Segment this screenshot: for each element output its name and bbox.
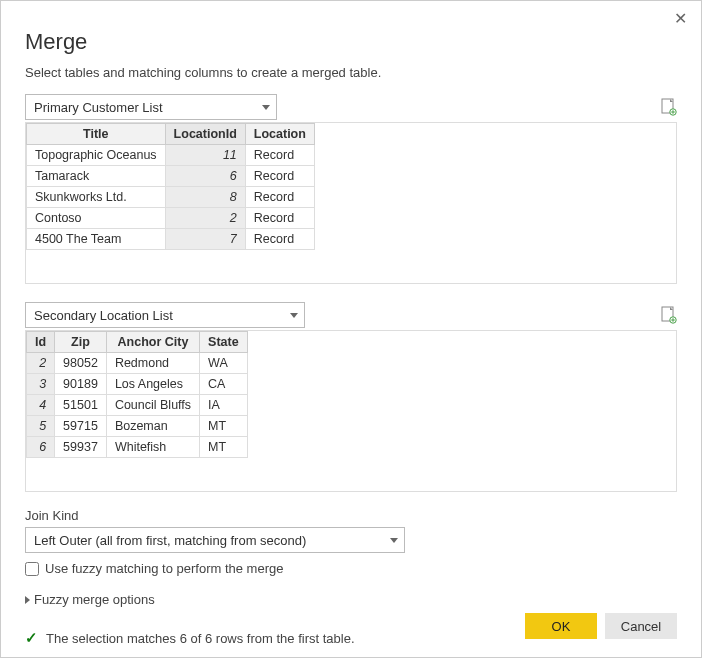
table-row[interactable]: Skunkworks Ltd. 8 Record [27,187,315,208]
match-status-text: The selection matches 6 of 6 rows from t… [46,631,355,646]
select-column-icon[interactable] [661,98,677,116]
fuzzy-options-expander[interactable]: Fuzzy merge options [25,592,677,607]
cell: Skunkworks Ltd. [27,187,166,208]
cell: 4 [27,395,55,416]
table-row[interactable]: 4 51501 Council Bluffs IA [27,395,248,416]
table-row[interactable]: Tamarack 6 Record [27,166,315,187]
table-row[interactable]: 4500 The Team 7 Record [27,229,315,250]
chevron-down-icon [262,105,270,110]
cell: CA [200,374,248,395]
cell: 8 [165,187,245,208]
cell: Contoso [27,208,166,229]
col-header[interactable]: Location [245,124,314,145]
cell: Record [245,166,314,187]
fuzzy-options-label: Fuzzy merge options [34,592,155,607]
close-icon[interactable]: ✕ [674,9,687,28]
cell: 5 [27,416,55,437]
cell: Tamarack [27,166,166,187]
cell: Record [245,145,314,166]
check-icon: ✓ [25,629,38,647]
table-row[interactable]: Topographic Oceanus 11 Record [27,145,315,166]
table-row[interactable]: 6 59937 Whitefish MT [27,437,248,458]
cell: Topographic Oceanus [27,145,166,166]
col-header[interactable]: Zip [55,332,107,353]
chevron-right-icon [25,596,30,604]
col-header[interactable]: State [200,332,248,353]
table-row[interactable]: Contoso 2 Record [27,208,315,229]
secondary-table-dropdown[interactable]: Secondary Location List [25,302,305,328]
fuzzy-match-label: Use fuzzy matching to perform the merge [45,561,283,576]
dialog-subtitle: Select tables and matching columns to cr… [25,65,677,80]
join-kind-dropdown[interactable]: Left Outer (all from first, matching fro… [25,527,405,553]
primary-table-dropdown[interactable]: Primary Customer List [25,94,277,120]
chevron-down-icon [390,538,398,543]
cell: Bozeman [106,416,199,437]
cell: Council Bluffs [106,395,199,416]
table-row[interactable]: 2 98052 Redmond WA [27,353,248,374]
cell: 51501 [55,395,107,416]
cell: 59715 [55,416,107,437]
cell: 2 [27,353,55,374]
primary-table: Title LocationId Location Topographic Oc… [26,123,315,250]
cell: IA [200,395,248,416]
cell: 4500 The Team [27,229,166,250]
table-row[interactable]: 5 59715 Bozeman MT [27,416,248,437]
cell: Whitefish [106,437,199,458]
ok-button[interactable]: OK [525,613,597,639]
cell: Los Angeles [106,374,199,395]
cell: 59937 [55,437,107,458]
cell: 6 [27,437,55,458]
cell: 11 [165,145,245,166]
col-header[interactable]: Anchor City [106,332,199,353]
secondary-table: Id Zip Anchor City State 2 98052 Redmond… [26,331,248,458]
chevron-down-icon [290,313,298,318]
col-header-selected[interactable]: Id [27,332,55,353]
cell: MT [200,437,248,458]
table-row[interactable]: 3 90189 Los Angeles CA [27,374,248,395]
secondary-table-preview: Id Zip Anchor City State 2 98052 Redmond… [25,330,677,492]
merge-dialog: ✕ Merge Select tables and matching colum… [0,0,702,658]
col-header-selected[interactable]: LocationId [165,124,245,145]
cell: 90189 [55,374,107,395]
join-kind-dropdown-label: Left Outer (all from first, matching fro… [34,533,306,548]
cell: 7 [165,229,245,250]
cancel-button[interactable]: Cancel [605,613,677,639]
cell: 98052 [55,353,107,374]
cell: 3 [27,374,55,395]
cell: Record [245,187,314,208]
select-column-icon[interactable] [661,306,677,324]
primary-table-preview: Title LocationId Location Topographic Oc… [25,122,677,284]
secondary-table-dropdown-label: Secondary Location List [34,308,173,323]
fuzzy-match-checkbox[interactable] [25,562,39,576]
col-header[interactable]: Title [27,124,166,145]
dialog-title: Merge [25,29,677,55]
cell: Record [245,208,314,229]
join-kind-label: Join Kind [25,508,677,523]
primary-table-dropdown-label: Primary Customer List [34,100,163,115]
cell: 2 [165,208,245,229]
cell: WA [200,353,248,374]
cell: 6 [165,166,245,187]
cell: Record [245,229,314,250]
cell: Redmond [106,353,199,374]
cell: MT [200,416,248,437]
